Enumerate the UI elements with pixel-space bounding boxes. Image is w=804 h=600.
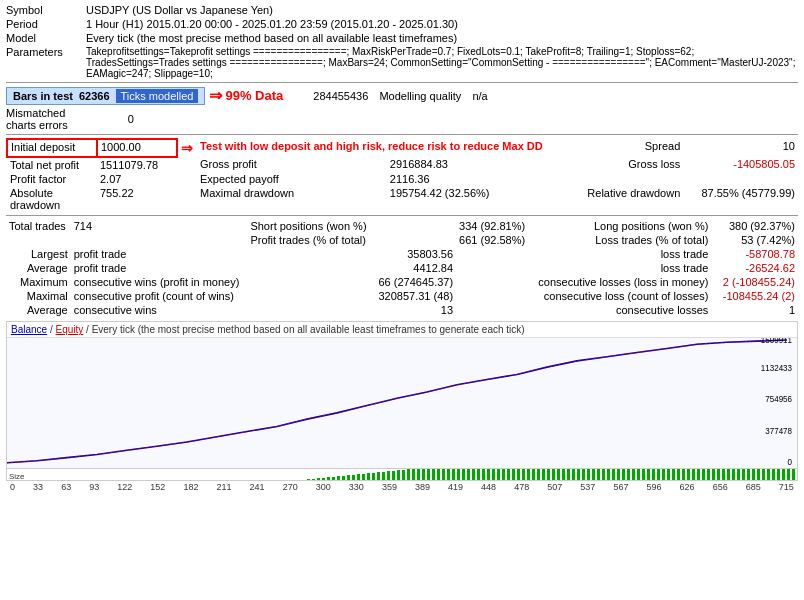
average-profit-value: 4412.84	[373, 261, 456, 275]
svg-rect-75	[582, 469, 585, 481]
svg-rect-55	[482, 469, 485, 481]
equity-line	[7, 340, 787, 463]
svg-rect-102	[717, 469, 720, 481]
svg-rect-66	[537, 469, 540, 481]
svg-rect-60	[507, 469, 510, 481]
svg-rect-92	[667, 469, 670, 481]
arrow-right-icon: ⇒	[209, 86, 222, 105]
svg-rect-86	[637, 469, 640, 481]
svg-rect-97	[692, 469, 695, 481]
svg-rect-117	[792, 469, 795, 481]
parameters-value: Takeprofitsettings=Takeprofit settings =…	[86, 46, 798, 79]
svg-rect-41	[412, 469, 415, 481]
x-label-507: 507	[547, 482, 562, 492]
svg-rect-67	[542, 469, 545, 481]
x-label-419: 419	[448, 482, 463, 492]
svg-rect-95	[682, 469, 685, 481]
mismatched-label: Mismatchedcharts errors	[6, 107, 68, 131]
size-chart: Size	[7, 468, 797, 481]
y-label-bottom: 0	[788, 458, 793, 467]
x-label-389: 389	[415, 482, 430, 492]
equity-label: Equity	[55, 324, 83, 335]
x-label-330: 330	[349, 482, 364, 492]
svg-rect-61	[512, 469, 515, 481]
svg-rect-79	[602, 469, 605, 481]
x-label-359: 359	[382, 482, 397, 492]
svg-rect-114	[777, 469, 780, 481]
long-positions-value: 380 (92.37%)	[718, 219, 799, 233]
svg-rect-93	[672, 469, 675, 481]
period-value: 1 Hour (H1) 2015.01.20 00:00 - 2025.01.2…	[86, 18, 798, 30]
average-loss-value: -26524.62	[718, 261, 799, 275]
svg-rect-54	[477, 469, 480, 481]
x-label-63: 63	[61, 482, 71, 492]
svg-rect-35	[382, 472, 385, 481]
svg-rect-100	[707, 469, 710, 481]
svg-rect-48	[447, 469, 450, 481]
balance-line	[7, 340, 787, 463]
svg-rect-88	[647, 469, 650, 481]
svg-rect-45	[432, 469, 435, 481]
svg-rect-36	[387, 471, 390, 481]
profit-trades-value: 661 (92.58%)	[456, 233, 530, 247]
svg-rect-72	[567, 469, 570, 481]
gross-profit-value: 2916884.83	[387, 157, 576, 172]
x-label-0: 0	[10, 482, 15, 492]
svg-rect-105	[732, 469, 735, 481]
svg-rect-68	[547, 469, 550, 481]
svg-rect-22	[317, 478, 320, 481]
svg-rect-110	[757, 469, 760, 481]
symbol-label: Symbol	[6, 4, 86, 16]
x-label-33: 33	[33, 482, 43, 492]
svg-rect-81	[612, 469, 615, 481]
svg-rect-26	[337, 476, 340, 481]
chart-header: Balance / Equity / Every tick (the most …	[7, 322, 797, 338]
max-consec-losses-label: consecutive losses (loss in money)	[530, 275, 711, 289]
relative-drawdown-label: Relative drawdown	[576, 186, 683, 212]
long-positions-label: Long positions (won %)	[530, 219, 711, 233]
x-label-626: 626	[680, 482, 695, 492]
maximal-drawdown-value: 195754.42 (32.56%)	[387, 186, 576, 212]
svg-rect-74	[577, 469, 580, 481]
svg-rect-108	[747, 469, 750, 481]
svg-rect-69	[552, 469, 555, 481]
svg-rect-73	[572, 469, 575, 481]
x-label-300: 300	[316, 482, 331, 492]
data-percentage: 99% Data	[225, 88, 283, 103]
svg-rect-58	[497, 469, 500, 481]
maximal-consec-loss-label: consecutive loss (count of losses)	[530, 289, 711, 303]
average-loss-label: loss trade	[530, 261, 711, 275]
svg-rect-44	[427, 469, 430, 481]
svg-rect-77	[592, 469, 595, 481]
initial-deposit-label: Initial deposit	[7, 139, 97, 157]
svg-rect-94	[677, 469, 680, 481]
svg-rect-98	[697, 469, 700, 481]
svg-rect-107	[742, 469, 745, 481]
svg-rect-80	[607, 469, 610, 481]
svg-rect-111	[762, 469, 765, 481]
svg-rect-31	[362, 474, 365, 481]
max-consec-wins-value: 66 (274645.37)	[373, 275, 456, 289]
symbol-value: USDJPY (US Dollar vs Japanese Yen)	[86, 4, 798, 16]
loss-trades-value: 53 (7.42%)	[718, 233, 799, 247]
x-label-596: 596	[647, 482, 662, 492]
period-label: Period	[6, 18, 86, 30]
loss-trades-label: Loss trades (% of total)	[530, 233, 711, 247]
svg-rect-29	[352, 475, 355, 481]
model-label: Model	[6, 32, 86, 44]
max-consec-wins-label: Maximum	[6, 275, 71, 289]
svg-rect-104	[727, 469, 730, 481]
total-net-profit-label: Total net profit	[7, 157, 97, 172]
svg-rect-109	[752, 469, 755, 481]
absolute-drawdown-value: 755.22	[97, 186, 177, 212]
size-chart-svg: Size	[7, 469, 797, 481]
svg-rect-83	[622, 469, 625, 481]
maximal-consec-loss-value: -108455.24 (2)	[718, 289, 799, 303]
chart-body: 1509911 1132433 754956 377478 0	[7, 338, 797, 468]
svg-rect-28	[347, 475, 350, 481]
svg-rect-56	[487, 469, 490, 481]
average-profit-label: Average	[6, 261, 71, 275]
largest-profit-sublabel: profit trade	[71, 247, 248, 261]
largest-profit-value: 35803.56	[373, 247, 456, 261]
gross-loss-label: Gross loss	[576, 157, 683, 172]
